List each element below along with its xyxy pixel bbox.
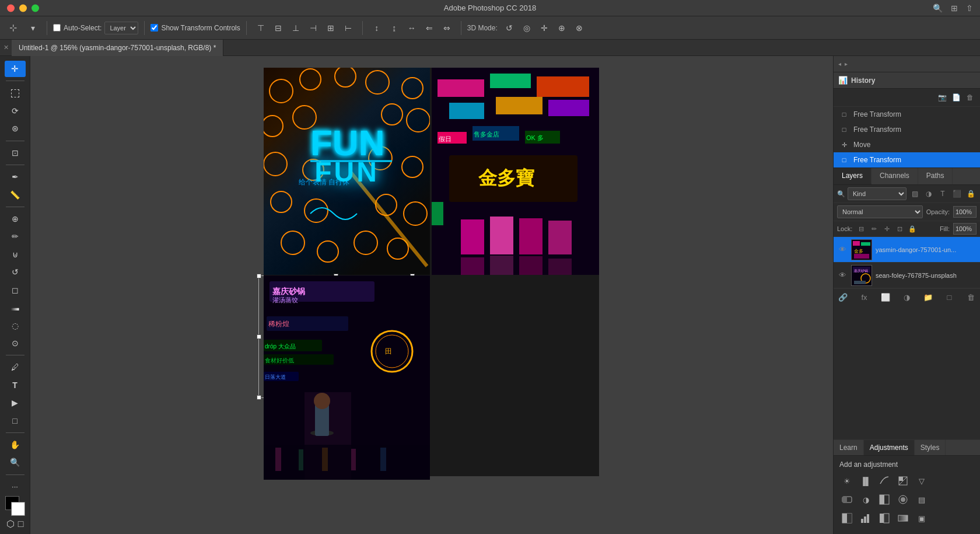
history-expand-icon[interactable]: ▸ bbox=[845, 61, 848, 67]
transform-handle-tl[interactable] bbox=[257, 274, 261, 278]
dist-vcenter-btn[interactable]: ↨ bbox=[386, 20, 402, 36]
ruler-tool[interactable]: 📏 bbox=[5, 186, 26, 203]
adjustment-layer-btn[interactable]: ◑ bbox=[901, 291, 913, 303]
screen-mode-btn[interactable]: □ bbox=[18, 519, 24, 529]
healing-brush-tool[interactable]: ⊕ bbox=[5, 211, 26, 227]
lock-artboard-btn[interactable]: ⊡ bbox=[894, 224, 905, 234]
filter-pixel-btn[interactable]: ▨ bbox=[909, 188, 921, 200]
move-tool[interactable]: ✛ bbox=[5, 61, 26, 77]
new-layer-btn[interactable]: □ bbox=[944, 291, 956, 303]
crop-tool[interactable]: ⊡ bbox=[5, 145, 26, 161]
eyedropper-tool[interactable]: ✒ bbox=[5, 169, 26, 185]
link-layers-btn[interactable]: 🔗 bbox=[837, 291, 849, 303]
history-brush-tool[interactable]: ↺ bbox=[5, 264, 26, 280]
3d-roll-btn[interactable]: ◎ bbox=[519, 20, 535, 36]
align-right-btn[interactable]: ⊢ bbox=[340, 20, 356, 36]
layer-mask-btn[interactable]: ⬜ bbox=[880, 291, 891, 303]
channel-mixer-btn[interactable]: ▤ bbox=[914, 492, 929, 507]
layer-styles-btn[interactable]: fx bbox=[859, 291, 870, 303]
history-item-2[interactable]: ✛ Move bbox=[834, 137, 980, 152]
type-tool[interactable]: T bbox=[5, 377, 26, 393]
group-layers-btn[interactable]: 📁 bbox=[922, 291, 934, 303]
lock-position-btn[interactable]: ✛ bbox=[881, 224, 892, 234]
opacity-input[interactable] bbox=[953, 206, 977, 218]
filter-adjust-btn[interactable]: ◑ bbox=[923, 188, 935, 200]
levels-btn[interactable]: ▐▌ bbox=[858, 473, 873, 488]
layer-select[interactable]: Layer bbox=[104, 22, 138, 34]
dist-hcenter-btn[interactable]: ⇔ bbox=[439, 20, 455, 36]
align-left-btn[interactable]: ⊣ bbox=[305, 20, 321, 36]
auto-select-checkbox[interactable] bbox=[53, 24, 61, 32]
gradient-tool[interactable]: ▬ bbox=[5, 299, 26, 316]
exposure-btn[interactable] bbox=[895, 473, 911, 488]
threshold-btn[interactable] bbox=[877, 511, 892, 526]
history-delete-btn[interactable]: 🗑 bbox=[964, 91, 977, 104]
tab-paths[interactable]: Paths bbox=[918, 168, 953, 184]
invert-btn[interactable] bbox=[839, 511, 855, 526]
align-vcenter-btn[interactable]: ⊟ bbox=[270, 20, 286, 36]
filter-shape-btn[interactable]: ⬛ bbox=[951, 188, 963, 200]
transform-controls-checkbox[interactable] bbox=[150, 24, 158, 32]
tab-learn[interactable]: Learn bbox=[834, 440, 864, 455]
filter-smart-btn[interactable]: 🔒 bbox=[965, 188, 977, 200]
3d-slide-btn[interactable]: ⊕ bbox=[554, 20, 570, 36]
canvas-area[interactable]: FUN 给个表情 自行休 bbox=[30, 56, 833, 534]
align-top-btn[interactable]: ⊤ bbox=[253, 20, 269, 36]
move-tool-btn[interactable]: ⊹ bbox=[5, 20, 21, 36]
blend-mode-select[interactable]: Normal bbox=[837, 205, 923, 218]
layer-item-0[interactable]: 👁 金多 yasmin-dangor-757001-un... bbox=[834, 237, 980, 263]
history-item-1[interactable]: □ Free Transform bbox=[834, 122, 980, 137]
shape-tool[interactable]: □ bbox=[5, 412, 26, 428]
tab-layers[interactable]: Layers bbox=[834, 168, 872, 184]
tab-channels[interactable]: Channels bbox=[872, 168, 918, 184]
fill-input[interactable] bbox=[953, 223, 977, 235]
layer-visibility-0[interactable]: 👁 bbox=[837, 245, 848, 255]
history-item-0[interactable]: □ Free Transform bbox=[834, 107, 980, 122]
align-hcenter-btn[interactable]: ⊞ bbox=[323, 20, 339, 36]
curves-btn[interactable] bbox=[877, 473, 892, 488]
3d-pan-btn[interactable]: ✛ bbox=[536, 20, 552, 36]
eraser-tool[interactable]: ◻ bbox=[5, 281, 26, 298]
tab-styles[interactable]: Styles bbox=[915, 440, 946, 455]
history-snapshot-btn[interactable]: 📷 bbox=[936, 91, 949, 104]
layer-item-1[interactable]: 👁 嘉庆砂锅 sean-foley-767875-unsplash bbox=[834, 263, 980, 288]
arrange-icon[interactable]: ⊞ bbox=[951, 4, 958, 13]
lock-all-btn[interactable]: 🔒 bbox=[907, 224, 918, 234]
clone-stamp-tool[interactable]: ⊎ bbox=[5, 246, 26, 263]
transform-handle-bl[interactable] bbox=[257, 395, 261, 400]
hand-tool[interactable]: ✋ bbox=[5, 437, 26, 453]
more-tools-btn[interactable]: ··· bbox=[5, 479, 26, 495]
dist-left-btn[interactable]: ⇐ bbox=[421, 20, 438, 36]
dodge-tool[interactable]: ⊙ bbox=[5, 335, 26, 351]
3d-rotate-btn[interactable]: ↺ bbox=[501, 20, 517, 36]
minimize-button[interactable] bbox=[19, 4, 27, 12]
gradient-map-btn[interactable] bbox=[895, 511, 911, 526]
history-collapse-icon[interactable]: ◂ bbox=[838, 61, 841, 67]
delete-layer-btn[interactable]: 🗑 bbox=[965, 291, 977, 303]
document-tab[interactable]: Untitled-1 @ 156% (yasmin-dangor-757001-… bbox=[12, 40, 223, 56]
history-new-doc-btn[interactable]: 📄 bbox=[950, 91, 963, 104]
dist-top-btn[interactable]: ↕ bbox=[369, 20, 385, 36]
hue-sat-btn[interactable] bbox=[839, 492, 855, 507]
search-icon[interactable]: 🔍 bbox=[933, 4, 943, 13]
transform-handle-ml[interactable] bbox=[257, 334, 261, 339]
selective-color-btn[interactable]: ▣ bbox=[914, 511, 929, 526]
dist-bottom-btn[interactable]: ↔ bbox=[404, 20, 420, 36]
zoom-tool[interactable]: 🔍 bbox=[5, 454, 26, 470]
lasso-tool[interactable]: ⟳ bbox=[5, 103, 26, 119]
photo-filter-btn[interactable] bbox=[895, 492, 911, 507]
rectangular-marquee-tool[interactable] bbox=[5, 85, 26, 101]
maximize-button[interactable] bbox=[32, 4, 39, 12]
share-icon[interactable]: ⇧ bbox=[966, 4, 973, 13]
path-selection-tool[interactable]: ▶ bbox=[5, 395, 26, 411]
lock-transparent-btn[interactable]: ⊟ bbox=[856, 224, 866, 234]
tool-options-btn[interactable]: ▾ bbox=[24, 20, 41, 36]
tab-close-btn[interactable]: ✕ bbox=[0, 40, 12, 56]
vibrance-btn[interactable]: ▽ bbox=[914, 473, 929, 488]
blur-tool[interactable]: ◌ bbox=[5, 317, 26, 333]
layer-visibility-1[interactable]: 👁 bbox=[837, 270, 848, 281]
pen-tool[interactable]: 🖊 bbox=[5, 359, 26, 375]
close-button[interactable] bbox=[7, 4, 15, 12]
quick-mask-btn[interactable]: ⬡ bbox=[6, 518, 15, 529]
brightness-btn[interactable]: ☀ bbox=[839, 473, 855, 488]
